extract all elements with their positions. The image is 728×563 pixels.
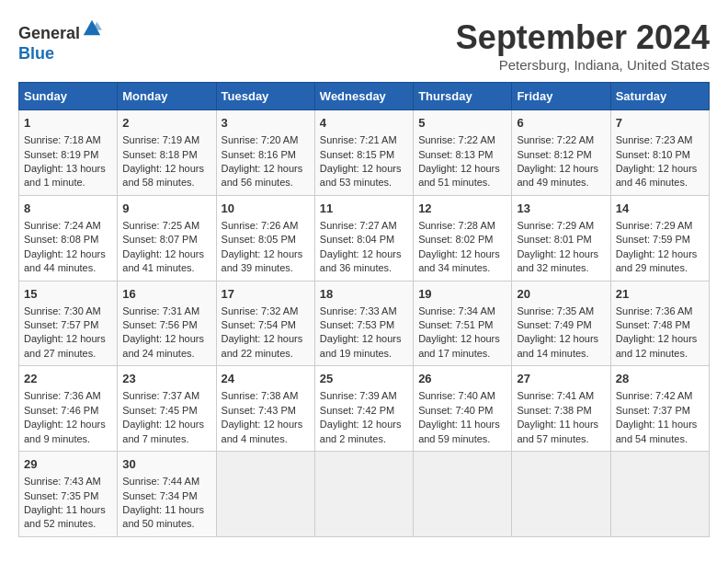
cell-text-line: and 46 minutes. bbox=[616, 176, 704, 190]
cell-text-line: Sunrise: 7:32 AM bbox=[222, 304, 310, 318]
cell-text-line: Sunrise: 7:26 AM bbox=[222, 219, 310, 233]
calendar-cell bbox=[314, 452, 413, 537]
day-number: 25 bbox=[320, 371, 408, 387]
day-number: 4 bbox=[320, 115, 408, 132]
cell-text-line: Sunrise: 7:22 AM bbox=[418, 133, 506, 147]
cell-text-line: Sunrise: 7:19 AM bbox=[122, 133, 210, 147]
day-number: 19 bbox=[418, 286, 506, 303]
cell-text-line: Sunrise: 7:39 AM bbox=[320, 389, 408, 403]
day-number: 5 bbox=[418, 115, 506, 132]
day-number: 27 bbox=[517, 371, 605, 387]
cell-text-line: Sunset: 7:40 PM bbox=[418, 404, 506, 418]
month-title: September 2024 bbox=[456, 18, 710, 57]
cell-text-line: Daylight: 12 hours bbox=[24, 332, 112, 346]
day-number: 12 bbox=[418, 201, 506, 217]
cell-text-line: and 39 minutes. bbox=[222, 261, 310, 275]
cell-text-line: Sunset: 8:19 PM bbox=[24, 148, 112, 162]
cell-text-line: Daylight: 12 hours bbox=[320, 418, 408, 431]
cell-text-line: Sunrise: 7:29 AM bbox=[616, 219, 704, 233]
cell-text-line: and 53 minutes. bbox=[320, 176, 408, 190]
cell-text-line: Sunset: 8:12 PM bbox=[517, 148, 605, 162]
cell-text-line: Daylight: 12 hours bbox=[24, 247, 112, 261]
day-number: 2 bbox=[122, 115, 210, 132]
logo-general: General bbox=[18, 24, 80, 42]
calendar-cell: 29Sunrise: 7:43 AMSunset: 7:35 PMDayligh… bbox=[19, 452, 118, 537]
cell-text-line: Daylight: 12 hours bbox=[122, 332, 210, 346]
cell-text-line: Daylight: 12 hours bbox=[418, 332, 506, 346]
calendar-cell: 2Sunrise: 7:19 AMSunset: 8:18 PMDaylight… bbox=[118, 110, 216, 196]
cell-text-line: Sunrise: 7:18 AM bbox=[24, 133, 112, 147]
location: Petersburg, Indiana, United States bbox=[456, 57, 710, 73]
day-number: 26 bbox=[418, 371, 506, 387]
cell-text-line: Sunset: 8:02 PM bbox=[418, 233, 506, 247]
calendar-cell: 25Sunrise: 7:39 AMSunset: 7:42 PMDayligh… bbox=[314, 366, 413, 452]
cell-text-line: Daylight: 12 hours bbox=[616, 332, 704, 346]
cell-text-line: and 12 minutes. bbox=[616, 347, 704, 361]
cell-text-line: and 4 minutes. bbox=[222, 432, 310, 446]
cell-text-line: and 50 minutes. bbox=[122, 517, 210, 531]
cell-text-line: Sunrise: 7:31 AM bbox=[122, 304, 210, 318]
day-number: 18 bbox=[320, 286, 408, 303]
day-header-thursday: Thursday bbox=[414, 83, 512, 110]
cell-text-line: Sunset: 7:38 PM bbox=[517, 404, 605, 418]
cell-text-line: Daylight: 12 hours bbox=[222, 162, 310, 176]
cell-text-line: Sunset: 7:35 PM bbox=[24, 489, 112, 503]
calendar-week-2: 8Sunrise: 7:24 AMSunset: 8:08 PMDaylight… bbox=[19, 195, 710, 281]
cell-text-line: Sunrise: 7:22 AM bbox=[517, 133, 605, 147]
cell-text-line: Daylight: 12 hours bbox=[122, 418, 210, 431]
calendar-body: 1Sunrise: 7:18 AMSunset: 8:19 PMDaylight… bbox=[19, 110, 710, 537]
cell-text-line: Daylight: 12 hours bbox=[24, 418, 112, 431]
cell-text-line: Daylight: 11 hours bbox=[616, 418, 704, 431]
calendar-week-4: 22Sunrise: 7:36 AMSunset: 7:46 PMDayligh… bbox=[19, 366, 710, 452]
cell-text-line: Sunrise: 7:43 AM bbox=[24, 475, 112, 488]
cell-text-line: and 14 minutes. bbox=[517, 347, 605, 361]
cell-text-line: Sunrise: 7:37 AM bbox=[122, 389, 210, 403]
cell-text-line: and 49 minutes. bbox=[517, 176, 605, 190]
day-header-friday: Friday bbox=[512, 83, 610, 110]
cell-text-line: Daylight: 12 hours bbox=[320, 162, 408, 176]
cell-text-line: and 1 minute. bbox=[24, 176, 112, 190]
cell-text-line: and 32 minutes. bbox=[517, 261, 605, 275]
calendar-cell: 27Sunrise: 7:41 AMSunset: 7:38 PMDayligh… bbox=[512, 366, 610, 452]
calendar-cell: 23Sunrise: 7:37 AMSunset: 7:45 PMDayligh… bbox=[118, 366, 216, 452]
cell-text-line: and 57 minutes. bbox=[517, 432, 605, 446]
cell-text-line: Sunset: 8:10 PM bbox=[616, 148, 704, 162]
cell-text-line: Sunset: 7:42 PM bbox=[320, 404, 408, 418]
calendar-cell: 16Sunrise: 7:31 AMSunset: 7:56 PMDayligh… bbox=[118, 281, 216, 366]
cell-text-line: Sunrise: 7:40 AM bbox=[418, 389, 506, 403]
calendar-cell: 15Sunrise: 7:30 AMSunset: 7:57 PMDayligh… bbox=[19, 281, 118, 366]
cell-text-line: Sunset: 7:59 PM bbox=[616, 233, 704, 247]
calendar-cell: 9Sunrise: 7:25 AMSunset: 8:07 PMDaylight… bbox=[118, 195, 216, 281]
cell-text-line: Daylight: 11 hours bbox=[418, 418, 506, 431]
cell-text-line: Daylight: 12 hours bbox=[616, 247, 704, 261]
day-header-monday: Monday bbox=[118, 83, 216, 110]
cell-text-line: Sunrise: 7:36 AM bbox=[24, 389, 112, 403]
cell-text-line: and 54 minutes. bbox=[616, 432, 704, 446]
cell-text-line: Sunrise: 7:34 AM bbox=[418, 304, 506, 318]
cell-text-line: Daylight: 12 hours bbox=[222, 418, 310, 431]
calendar-cell: 8Sunrise: 7:24 AMSunset: 8:08 PMDaylight… bbox=[19, 195, 118, 281]
day-header-wednesday: Wednesday bbox=[314, 83, 413, 110]
cell-text-line: Sunset: 7:51 PM bbox=[418, 318, 506, 332]
day-number: 10 bbox=[222, 201, 310, 217]
cell-text-line: and 59 minutes. bbox=[418, 432, 506, 446]
cell-text-line: Sunset: 7:46 PM bbox=[24, 404, 112, 418]
day-number: 7 bbox=[616, 115, 704, 132]
day-number: 14 bbox=[616, 201, 704, 217]
cell-text-line: Sunset: 8:18 PM bbox=[122, 148, 210, 162]
cell-text-line: Daylight: 12 hours bbox=[418, 247, 506, 261]
cell-text-line: Sunrise: 7:29 AM bbox=[517, 219, 605, 233]
cell-text-line: Sunset: 8:01 PM bbox=[517, 233, 605, 247]
cell-text-line: and 44 minutes. bbox=[24, 261, 112, 275]
day-number: 6 bbox=[517, 115, 605, 132]
cell-text-line: Sunrise: 7:20 AM bbox=[222, 133, 310, 147]
cell-text-line: and 34 minutes. bbox=[418, 261, 506, 275]
cell-text-line: Sunrise: 7:21 AM bbox=[320, 133, 408, 147]
cell-text-line: Sunset: 8:05 PM bbox=[222, 233, 310, 247]
day-number: 23 bbox=[122, 371, 210, 387]
cell-text-line: Sunset: 7:45 PM bbox=[122, 404, 210, 418]
calendar-cell: 1Sunrise: 7:18 AMSunset: 8:19 PMDaylight… bbox=[19, 110, 118, 196]
calendar-cell: 11Sunrise: 7:27 AMSunset: 8:04 PMDayligh… bbox=[314, 195, 413, 281]
day-header-tuesday: Tuesday bbox=[216, 83, 314, 110]
day-number: 20 bbox=[517, 286, 605, 303]
